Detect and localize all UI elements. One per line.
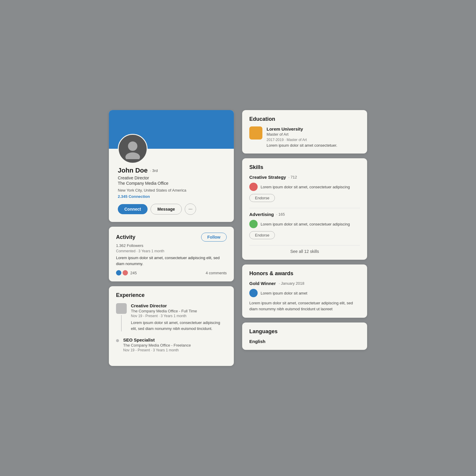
skills-divider (249, 208, 360, 208)
experience-item-1: Creative Director The Company Media Offi… (116, 303, 227, 331)
exp-content-2: SEO Specialist The Company Media Office … (123, 337, 227, 354)
exp-content-1: Creative Director The Company Media Offi… (131, 303, 227, 331)
skill-count-2: · 165 (276, 212, 285, 217)
honors-title: Honors & awards (249, 270, 360, 277)
exp-desc-1: Lorem ipsum dolor sit amet, consectetuer… (131, 320, 227, 331)
profile-name: John Doe (118, 167, 148, 174)
profile-card: John Doe · 3rd Creative Director The Com… (109, 110, 234, 222)
connect-button[interactable]: Connect (118, 204, 148, 214)
exp-timeline-1 (116, 303, 127, 331)
exp-line-1 (121, 315, 122, 331)
activity-title: Activity (116, 234, 135, 240)
exp-role-1: Creative Director (131, 303, 227, 308)
endorse-button-1[interactable]: Endorse (249, 194, 275, 202)
skills-title: Skills (249, 164, 360, 170)
svg-point-1 (126, 152, 140, 159)
honor-name: Gold Winner (249, 281, 276, 286)
left-column: John Doe · 3rd Creative Director The Com… (109, 110, 234, 366)
profile-banner (109, 110, 234, 149)
honors-card: Honors & awards Gold Winner · January 20… (242, 264, 367, 318)
exp-company-2: The Company Media Office - Freelance (123, 343, 227, 347)
honor-header: Gold Winner · January 2018 (249, 281, 360, 286)
exp-dot-2 (116, 339, 119, 342)
pink-reaction-icon (123, 270, 128, 275)
edu-years: 2017-2019 · Master of Art (267, 138, 337, 142)
profile-connections[interactable]: 2.345 Connection (118, 194, 225, 199)
more-button[interactable]: ··· (185, 203, 196, 215)
edu-details: Lorem University Master of Art 2017-2019… (267, 126, 337, 148)
skill-advertising: Advertising · 165 Lorem ipsum dolor sit … (249, 212, 360, 239)
languages-card: Languages English (242, 322, 367, 350)
profile-degree: · 3rd (150, 168, 158, 173)
education-card: Education Lorem University Master of Art… (242, 110, 367, 154)
honor-desc: Lorem ipsum dolor sit amet, consectetuer… (249, 300, 360, 312)
activity-section: Activity Follow 1.362 Followers Commente… (109, 227, 234, 281)
exp-duration-2: Nov 19 - Present · 3 Years 1 month (123, 348, 227, 352)
activity-text: Lorem ipsum dolor sit amet, consectetuer… (116, 255, 227, 267)
follow-button[interactable]: Follow (201, 233, 227, 242)
activity-card: Activity Follow 1.362 Followers Commente… (109, 227, 234, 281)
honor-user-text: Lorem ipsum dolor sit amet (261, 291, 307, 295)
profile-company: The Company Media Office (118, 181, 225, 186)
skill-user-text-1: Lorem ipsum dolor sit amet, consectetuer… (261, 185, 350, 189)
skill-header-2: Advertising · 165 (249, 212, 360, 217)
experience-item-2: SEO Specialist The Company Media Office … (116, 337, 227, 354)
followers-count: 1.362 Followers (116, 243, 227, 248)
message-button[interactable]: Message (151, 204, 182, 214)
edu-degree-label: Master of Art (267, 132, 337, 137)
languages-title: Languages (249, 328, 360, 335)
profile-location: New York City, United States of America (118, 188, 225, 192)
honor-user-row: Lorem ipsum dolor sit amet (249, 289, 360, 297)
honor-user-dot-blue (249, 289, 258, 297)
reaction-count: 245 (130, 271, 137, 275)
education-section: Education Lorem University Master of Art… (242, 110, 367, 154)
university-icon (249, 126, 262, 140)
skill-count-1: · 712 (288, 175, 297, 179)
profile-title: Creative Director (118, 176, 225, 180)
exp-timeline-2 (116, 337, 119, 354)
education-item: Lorem University Master of Art 2017-2019… (249, 126, 360, 148)
skill-user-row-1: Lorem ipsum dolor sit amet, consectetuer… (249, 183, 360, 191)
exp-duration-1: Nov 19 - Present · 3 Years 1 month (131, 314, 227, 318)
experience-title: Experience (116, 292, 227, 298)
honors-section: Honors & awards Gold Winner · January 20… (242, 264, 367, 318)
exp-icon-1 (116, 303, 127, 314)
edu-desc: Lorem ipsum dolor sit amet consectetuer. (267, 143, 337, 148)
skill-name-2: Advertising (249, 212, 274, 217)
language-english: English (249, 339, 360, 344)
activity-header: Activity Follow (116, 233, 227, 242)
exp-company-1: The Company Media Office - Full Time (131, 309, 227, 313)
svg-point-0 (128, 142, 137, 151)
right-column: Education Lorem University Master of Art… (242, 110, 367, 350)
skills-card: Skills Creative Strategy · 712 Lorem ips… (242, 158, 367, 260)
activity-timestamp: Commented · 3 Years 1 month (116, 249, 227, 253)
education-title: Education (249, 116, 360, 122)
experience-section: Experience Creative Director The Company… (109, 286, 234, 366)
comments-count: 4 comments (206, 271, 227, 275)
honor-date: · January 2018 (279, 281, 304, 286)
university-name: Lorem University (267, 126, 337, 131)
profile-actions: Connect Message ··· (118, 203, 225, 215)
skill-name-1: Creative Strategy (249, 175, 286, 180)
skill-user-dot-red (249, 183, 258, 191)
skill-header-1: Creative Strategy · 712 (249, 175, 360, 180)
avatar (118, 134, 148, 164)
skill-user-dot-green (249, 220, 258, 228)
avatar-wrap (118, 134, 148, 164)
profile-name-row: John Doe · 3rd (118, 167, 225, 174)
endorse-button-2[interactable]: Endorse (249, 231, 275, 239)
exp-role-2: SEO Specialist (123, 337, 227, 342)
blue-reaction-icon (116, 270, 121, 275)
see-all-skills[interactable]: See all 12 skills (249, 245, 360, 254)
activity-reactions: 245 4 comments (116, 270, 227, 275)
reaction-dots: 245 (116, 270, 137, 275)
languages-section: Languages English (242, 322, 367, 350)
skills-section: Skills Creative Strategy · 712 Lorem ips… (242, 158, 367, 260)
experience-card: Experience Creative Director The Company… (109, 286, 234, 366)
skill-user-text-2: Lorem ipsum dolor sit amet, consectetuer… (261, 222, 350, 226)
skill-creative-strategy: Creative Strategy · 712 Lorem ipsum dolo… (249, 175, 360, 202)
skill-user-row-2: Lorem ipsum dolor sit amet, consectetuer… (249, 220, 360, 228)
